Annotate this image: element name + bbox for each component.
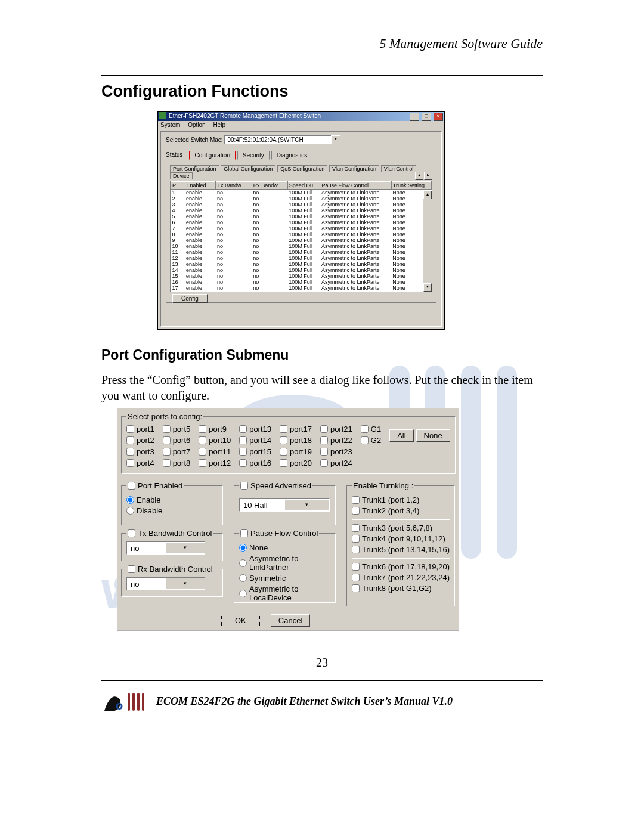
port-cb-G2[interactable] bbox=[361, 436, 369, 444]
port-checkbox-port16[interactable]: port16 bbox=[239, 459, 271, 467]
subtab-vlan-control[interactable]: Vlan Control bbox=[381, 165, 417, 172]
pf-none-radio[interactable] bbox=[239, 544, 247, 552]
subtab-qos-config[interactable]: QoS Configuration bbox=[277, 165, 327, 172]
port-cb-port10[interactable] bbox=[199, 436, 206, 444]
port-checkbox-port1[interactable]: port1 bbox=[126, 425, 154, 433]
table-row[interactable]: 16enablenono100M FullAsymmetric to LinkP… bbox=[171, 279, 432, 285]
port-cb-port15[interactable] bbox=[239, 448, 247, 456]
disable-radio[interactable] bbox=[126, 507, 134, 515]
speed-adv-checkbox[interactable] bbox=[240, 482, 248, 490]
enable-radio[interactable] bbox=[126, 496, 134, 504]
port-checkbox-port11[interactable]: port11 bbox=[199, 447, 231, 456]
port-cb-port18[interactable] bbox=[280, 436, 287, 444]
port-checkbox-port4[interactable]: port4 bbox=[126, 459, 154, 467]
mac-field[interactable]: 00:4F:52:01:02:0A (SWITCH bbox=[224, 135, 332, 144]
col-tx[interactable]: Tx Bandw... bbox=[216, 182, 252, 190]
port-cb-port13[interactable] bbox=[239, 425, 247, 433]
port-cb-port4[interactable] bbox=[126, 459, 134, 467]
port-cb-port9[interactable] bbox=[199, 425, 206, 433]
table-row[interactable]: 15enablenono100M FullAsymmetric to LinkP… bbox=[171, 273, 432, 279]
table-row[interactable]: 18enablenono100M FullAsymmetric to LinkP… bbox=[171, 291, 432, 292]
rx-bw-select[interactable]: no▾ bbox=[126, 577, 205, 590]
menu-system[interactable]: System bbox=[160, 122, 180, 128]
table-row[interactable]: 8enablenono100M FullAsymmetric to LinkPa… bbox=[171, 231, 432, 237]
table-row[interactable]: 9enablenono100M FullAsymmetric to LinkPa… bbox=[171, 237, 432, 243]
port-checkbox-port17[interactable]: port17 bbox=[280, 425, 312, 433]
mac-dropdown-icon[interactable]: ▾ bbox=[331, 135, 340, 144]
table-row[interactable]: 13enablenono100M FullAsymmetric to LinkP… bbox=[171, 261, 432, 267]
port-checkbox-port21[interactable]: port21 bbox=[320, 425, 352, 433]
all-button[interactable]: All bbox=[389, 429, 413, 442]
scroll-down-icon[interactable]: ▾ bbox=[423, 283, 432, 292]
port-cb-port12[interactable] bbox=[199, 459, 206, 467]
port-cb-port19[interactable] bbox=[280, 448, 287, 456]
trunk-cb-5[interactable] bbox=[352, 546, 360, 553]
trunk-checkbox-6[interactable]: Trunk6 (port 17,18,19,20) bbox=[352, 562, 450, 571]
port-checkbox-port9[interactable]: port9 bbox=[199, 425, 231, 433]
tab-security[interactable]: Security bbox=[237, 151, 270, 160]
table-row[interactable]: 10enablenono100M FullAsymmetric to LinkP… bbox=[171, 243, 432, 249]
table-row[interactable]: 5enablenono100M FullAsymmetric to LinkPa… bbox=[171, 213, 432, 219]
port-cb-port8[interactable] bbox=[163, 459, 171, 467]
trunk-checkbox-7[interactable]: Trunk7 (port 21,22,23,24) bbox=[352, 573, 450, 582]
pf-sym-radio[interactable] bbox=[239, 574, 247, 582]
subtab-global-config[interactable]: Global Configuration bbox=[221, 165, 275, 172]
pf-ald-radio[interactable] bbox=[239, 590, 247, 597]
port-cb-port16[interactable] bbox=[239, 459, 247, 467]
trunk-cb-6[interactable] bbox=[352, 563, 360, 571]
trunk-checkbox-8[interactable]: Trunk8 (port G1,G2) bbox=[352, 584, 450, 593]
port-checkbox-port23[interactable]: port23 bbox=[320, 447, 352, 456]
port-checkbox-port7[interactable]: port7 bbox=[163, 447, 191, 456]
col-speed[interactable]: Speed Du... bbox=[287, 182, 320, 190]
trunk-cb-4[interactable] bbox=[352, 535, 360, 543]
scroll-up-icon[interactable]: ▴ bbox=[423, 191, 432, 199]
col-enabled[interactable]: Enabled bbox=[185, 182, 216, 190]
col-port[interactable]: P... bbox=[171, 182, 185, 190]
port-checkbox-G2[interactable]: G2 bbox=[361, 436, 381, 445]
none-button[interactable]: None bbox=[416, 429, 450, 442]
port-cb-G1[interactable] bbox=[361, 425, 369, 433]
port-checkbox-port13[interactable]: port13 bbox=[239, 425, 271, 433]
port-cb-port21[interactable] bbox=[320, 425, 328, 433]
port-cb-port1[interactable] bbox=[126, 425, 134, 433]
trunk-cb-7[interactable] bbox=[352, 574, 360, 581]
close-button[interactable]: × bbox=[434, 113, 443, 121]
rx-bw-checkbox[interactable] bbox=[128, 565, 135, 573]
port-cb-port7[interactable] bbox=[163, 448, 171, 456]
port-cb-port22[interactable] bbox=[320, 436, 328, 444]
port-checkbox-port20[interactable]: port20 bbox=[280, 459, 312, 467]
subtab-vlan-config[interactable]: Vlan Configuration bbox=[329, 165, 379, 172]
pf-alp-radio[interactable] bbox=[239, 559, 247, 567]
port-checkbox-port3[interactable]: port3 bbox=[126, 447, 154, 456]
table-row[interactable]: 12enablenono100M FullAsymmetric to LinkP… bbox=[171, 255, 432, 261]
pause-flow-checkbox[interactable] bbox=[240, 529, 248, 537]
trunk-checkbox-1[interactable]: Trunk1 (port 1,2) bbox=[352, 496, 450, 504]
cancel-button[interactable]: Cancel bbox=[271, 614, 310, 627]
table-row[interactable]: 3enablenono100M FullAsymmetric to LinkPa… bbox=[171, 202, 432, 208]
port-checkbox-port10[interactable]: port10 bbox=[199, 436, 231, 445]
config-button[interactable]: Config bbox=[172, 294, 208, 303]
port-cb-port3[interactable] bbox=[126, 448, 134, 456]
port-checkbox-port2[interactable]: port2 bbox=[126, 436, 154, 445]
port-cb-port14[interactable] bbox=[239, 436, 247, 444]
port-cb-port2[interactable] bbox=[126, 436, 134, 444]
col-pause[interactable]: Pause Flow Control bbox=[320, 182, 391, 190]
port-checkbox-port18[interactable]: port18 bbox=[280, 436, 312, 445]
port-cb-port11[interactable] bbox=[199, 448, 206, 456]
port-cb-port17[interactable] bbox=[280, 425, 287, 433]
table-row[interactable]: 11enablenono100M FullAsymmetric to LinkP… bbox=[171, 249, 432, 255]
trunk-checkbox-3[interactable]: Trunk3 (port 5,6,7,8) bbox=[352, 524, 450, 532]
chevron-down-icon[interactable]: ▾ bbox=[284, 500, 330, 510]
trunk-cb-2[interactable] bbox=[352, 507, 360, 515]
trunk-checkbox-5[interactable]: Trunk5 (port 13,14,15,16) bbox=[352, 545, 450, 554]
port-checkbox-port24[interactable]: port24 bbox=[320, 459, 352, 467]
trunk-cb-1[interactable] bbox=[352, 496, 360, 504]
menu-option[interactable]: Option bbox=[188, 122, 205, 128]
tx-bw-select[interactable]: no▾ bbox=[126, 541, 205, 555]
speed-adv-select[interactable]: 10 Half▾ bbox=[239, 498, 330, 512]
trunk-checkbox-4[interactable]: Trunk4 (port 9,10,11,12) bbox=[352, 534, 450, 543]
table-row[interactable]: 6enablenono100M FullAsymmetric to LinkPa… bbox=[171, 219, 432, 225]
trunk-checkbox-2[interactable]: Trunk2 (port 3,4) bbox=[352, 506, 450, 515]
tx-bw-checkbox[interactable] bbox=[128, 529, 135, 537]
port-checkbox-port6[interactable]: port6 bbox=[163, 436, 191, 445]
